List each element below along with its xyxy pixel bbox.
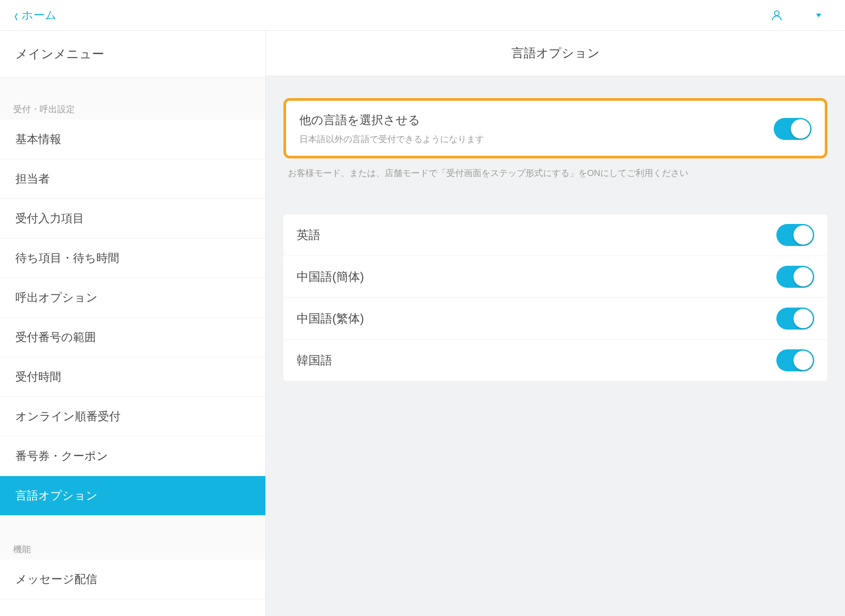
language-toggle-english[interactable] bbox=[776, 224, 814, 246]
enable-other-languages-card: 他の言語を選択させる 日本語以外の言語で受付できるようになります bbox=[283, 98, 827, 158]
enable-other-languages-subtitle: 日本語以外の言語で受付できるようになります bbox=[299, 133, 484, 145]
sidebar-item-number-range[interactable]: 受付番号の範囲 bbox=[0, 318, 265, 357]
sidebar-item-label: 受付番号の範囲 bbox=[15, 330, 96, 344]
sidebar-item-basic-info[interactable]: 基本情報 bbox=[0, 120, 265, 159]
toggle-knob bbox=[794, 351, 813, 370]
toggle-knob bbox=[794, 309, 813, 328]
svg-point-0 bbox=[775, 11, 779, 15]
language-toggle-korean[interactable] bbox=[776, 349, 814, 371]
user-icon[interactable] bbox=[770, 9, 783, 22]
sidebar-item-label: 待ち項目・待ち時間 bbox=[15, 251, 119, 264]
sidebar-item-ticket-coupon[interactable]: 番号券・クーポン bbox=[0, 436, 265, 476]
sidebar-item-label: オンライン順番受付 bbox=[15, 410, 121, 423]
language-toggle-chinese-traditional[interactable] bbox=[776, 308, 814, 330]
language-toggle-chinese-simplified[interactable] bbox=[776, 266, 814, 288]
language-row-chinese-traditional: 中国語(繁体) bbox=[283, 298, 827, 340]
language-label: 中国語(簡体) bbox=[297, 269, 364, 285]
usage-note: お客様モード、または、店舗モードで「受付画面をステップ形式にする」をONにしてご… bbox=[283, 158, 827, 179]
sidebar: メインメニュー 受付・呼出設定 基本情報 担当者 受付入力項目 待ち項目・待ち時… bbox=[0, 31, 266, 616]
sidebar-group-header-functions: 機能 bbox=[0, 515, 265, 560]
language-list: 英語 中国語(簡体) 中国語(繁体) 韓国語 bbox=[283, 214, 827, 381]
chevron-left-icon: ‹ bbox=[15, 7, 18, 24]
sidebar-item-reception-hours[interactable]: 受付時間 bbox=[0, 357, 265, 397]
sidebar-item-label: メッセージ配信 bbox=[15, 572, 97, 586]
sidebar-main-menu-label: メインメニュー bbox=[0, 31, 265, 78]
language-row-chinese-simplified: 中国語(簡体) bbox=[283, 256, 827, 298]
enable-other-languages-title: 他の言語を選択させる bbox=[299, 112, 484, 128]
sidebar-item-label: 担当者 bbox=[15, 172, 50, 185]
sidebar-item-label: 言語オプション bbox=[15, 489, 98, 502]
sidebar-item-wait-items[interactable]: 待ち項目・待ち時間 bbox=[0, 238, 265, 278]
sidebar-item-label: 番号券・クーポン bbox=[15, 449, 108, 462]
language-row-english: 英語 bbox=[283, 214, 827, 256]
topbar-right: ▼ bbox=[770, 9, 845, 22]
sidebar-item-label: 呼出オプション bbox=[15, 291, 98, 304]
sidebar-group-header-reception: 受付・呼出設定 bbox=[0, 78, 265, 120]
language-row-korean: 韓国語 bbox=[283, 340, 827, 381]
main-content: 言語オプション 他の言語を選択させる 日本語以外の言語で受付できるようになります… bbox=[266, 31, 845, 616]
sidebar-item-call-options[interactable]: 呼出オプション bbox=[0, 278, 265, 318]
sidebar-item-message-delivery[interactable]: メッセージ配信 bbox=[0, 560, 265, 599]
back-button[interactable]: ‹ ホーム bbox=[0, 7, 57, 24]
sidebar-item-label: 受付入力項目 bbox=[15, 212, 84, 225]
toggle-knob bbox=[794, 225, 813, 245]
enable-other-languages-toggle[interactable] bbox=[774, 118, 812, 140]
sidebar-item-label: 基本情報 bbox=[15, 132, 61, 146]
topbar: ‹ ホーム ▼ bbox=[0, 0, 845, 31]
sidebar-item-label: 受付時間 bbox=[15, 370, 61, 383]
sidebar-item-input-fields[interactable]: 受付入力項目 bbox=[0, 199, 265, 238]
back-label: ホーム bbox=[22, 7, 57, 23]
toggle-knob bbox=[791, 119, 810, 139]
language-label: 中国語(繁体) bbox=[297, 311, 364, 326]
page-title: 言語オプション bbox=[266, 31, 845, 76]
sidebar-item-online-reception[interactable]: オンライン順番受付 bbox=[0, 397, 265, 436]
toggle-knob bbox=[794, 267, 813, 286]
sidebar-item-language-options[interactable]: 言語オプション bbox=[0, 476, 265, 515]
sidebar-item-staff[interactable]: 担当者 bbox=[0, 159, 265, 199]
language-label: 韓国語 bbox=[297, 352, 332, 368]
chevron-down-icon[interactable]: ▼ bbox=[814, 11, 823, 18]
language-label: 英語 bbox=[297, 227, 320, 243]
